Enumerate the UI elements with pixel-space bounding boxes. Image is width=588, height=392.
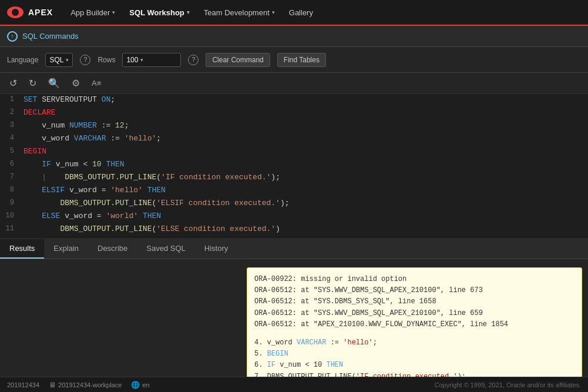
rows-help-icon[interactable]: ? [188,55,199,65]
tab-explain[interactable]: Explain [44,239,88,259]
breadcrumb-text: SQL Commands [22,32,79,41]
toolbar: Language SQL ▾ ? Rows 100 ▾ ? Clear Comm… [0,47,588,73]
code-box-line-1: 4. v_word VARCHAR := 'hello'; [254,337,574,349]
code-line-6: 6 IF v_num < 10 THEN [0,159,588,172]
chevron-down-icon: ▾ [140,57,143,63]
chevron-down-icon: ▾ [112,9,115,15]
tab-history[interactable]: History [195,239,237,259]
code-line-9: 9 DBMS_OUTPUT.PUT_LINE('ELSIF condition … [0,197,588,210]
code-box-line-3: 6. IF v_num < 10 THEN [254,360,574,371]
nav-item-team-dev[interactable]: Team Development ▾ [198,5,281,21]
language-help-icon[interactable]: ? [80,55,90,65]
code-line-2: 2 DECLARE [0,107,588,120]
nav-items: App Builder ▾ SQL Workshop ▾ Team Develo… [65,5,319,21]
chevron-down-icon: ▾ [272,9,275,15]
code-line-5: 5 BEGIN [0,146,588,159]
tab-saved-sql[interactable]: Saved SQL [137,239,195,259]
error-line-3: ORA-06512: at "SYS.DBMS_SYS_SQL", line 1… [254,296,574,307]
copyright-text: Copyright © 1999, 2021, Oracle and/or it… [435,381,581,388]
logo-text: APEX [28,8,53,17]
results-tabs: Results Explain Describe Saved SQL Histo… [0,238,588,259]
nav-item-app-builder[interactable]: App Builder ▾ [65,5,121,21]
error-lines: ORA-00922: missing or invalid option ORA… [254,274,574,330]
redo-icon[interactable]: ↻ [26,76,39,90]
code-line-3: 3 v_num NUMBER := 12; [0,120,588,133]
rows-select[interactable]: 100 ▾ [122,53,181,67]
error-line-2: ORA-06512: at "SYS.WWV_DBMS_SQL_APEX_210… [254,285,574,296]
code-editor[interactable]: 1 SET SERVEROUTPUT ON; 2 DECLARE 3 v_num… [0,94,588,238]
workspace-id: 201912434 [7,381,39,388]
code-line-10: 10 ELSE v_word = 'world' THEN [0,210,588,223]
error-box: ORA-00922: missing or invalid option ORA… [247,267,582,390]
code-box-line-2: 5. BEGIN [254,349,574,360]
undo-icon[interactable]: ↺ [7,76,19,90]
error-line-5: ORA-06512: at "APEX_210100.WWV_FLOW_DYNA… [254,319,574,330]
status-bar: 201912434 🖥 201912434-workplace 🌐 en Cop… [0,377,588,392]
clear-command-button[interactable]: Clear Command [206,53,270,67]
language-status: 🌐 en [131,381,149,389]
settings-icon[interactable]: ⚙ [69,76,82,90]
nav-item-gallery[interactable]: Gallery [283,5,319,21]
font-size-icon[interactable]: A≡ [89,78,103,89]
error-line-4: ORA-06512: at "SYS.WWV_DBMS_SQL_APEX_210… [254,308,574,319]
nav-item-sql-workshop[interactable]: SQL Workshop ▾ [123,5,195,21]
top-navigation: APEX App Builder ▾ SQL Workshop ▾ Team D… [0,0,588,26]
code-line-7: 7 | DBMS_OUTPUT.PUT_LINE('IF condition e… [0,172,588,185]
breadcrumb-icon: ↑ [7,31,18,42]
code-line-11: 11 DBMS_OUTPUT.PUT_LINE('ELSE condition … [0,223,588,236]
code-line-1: 1 SET SERVEROUTPUT ON; [0,94,588,107]
chevron-down-icon: ▾ [187,9,190,15]
code-line-12: 12 END IF; [0,236,588,238]
language-select[interactable]: SQL ▾ [45,53,73,67]
search-icon[interactable]: 🔍 [46,76,62,90]
find-tables-button[interactable]: Find Tables [277,53,326,67]
results-area: ORA-00922: missing or invalid option ORA… [0,259,588,390]
editor-toolbar: ↺ ↻ 🔍 ⚙ A≡ [0,73,588,94]
breadcrumb-bar: ↑ SQL Commands [0,26,588,47]
language-label: Language [7,56,38,64]
rows-label: Rows [98,56,115,64]
chevron-down-icon: ▾ [66,57,69,63]
workspace-name: 🖥 201912434-workplace [49,381,122,389]
logo-icon [7,6,23,18]
error-line-1: ORA-00922: missing or invalid option [254,274,574,285]
code-line-8: 8 ELSIF v_word = 'hello' THEN [0,185,588,197]
tab-describe[interactable]: Describe [88,239,137,259]
tab-results[interactable]: Results [0,239,44,259]
code-line-4: 4 v_word VARCHAR := 'hello'; [0,133,588,146]
apex-logo[interactable]: APEX [7,6,53,18]
